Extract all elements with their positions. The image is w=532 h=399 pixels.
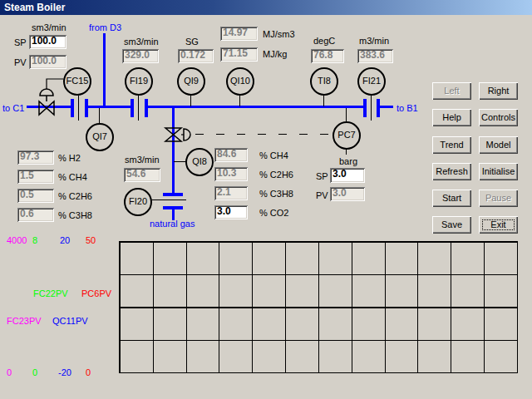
trend-scale-bottom-2: 0: [32, 367, 37, 377]
orifice-bar-fi20-top: [163, 193, 183, 196]
c2h6-pct-label: % C2H6: [58, 191, 92, 201]
instrument-qi10[interactable]: QI10: [226, 67, 254, 96]
refresh-button[interactable]: Refresh: [432, 163, 471, 180]
ng-unit-label: sm3/min: [125, 155, 160, 165]
window-title: Steam Boiler: [4, 2, 65, 13]
c3h8-pct-field: 0.6: [17, 208, 54, 222]
pipe-header-seg4: [380, 106, 393, 108]
pause-button: Pause: [479, 190, 518, 207]
gas-ch4-field: 84.6: [214, 148, 248, 162]
instrument-fi19[interactable]: FI19: [125, 67, 153, 96]
instrument-ti8[interactable]: TI8: [310, 67, 338, 96]
help-button[interactable]: Help: [432, 109, 471, 126]
instrument-qi7[interactable]: QI7: [86, 123, 114, 151]
gas-c2h6-label: % C2H6: [259, 170, 293, 180]
orifice-bar-fc15-left: [71, 99, 74, 117]
fc15-unit-label: sm3/min: [32, 22, 66, 32]
c2h6-pct-field: 0.5: [17, 189, 54, 203]
tap-pc7: [346, 108, 347, 121]
fc15-pv-field: 100.0: [29, 55, 66, 69]
tap-fc15: [78, 96, 79, 121]
gas-ch4-label: % CH4: [259, 150, 288, 160]
exit-button[interactable]: Exit: [479, 216, 518, 234]
save-button[interactable]: Save: [432, 216, 471, 234]
ti8-value-field: 76.8: [311, 49, 344, 63]
pc7-pv-field: 3.0: [330, 187, 365, 201]
trend-pen-fc22pv: FC22PV: [33, 288, 68, 298]
trend-pen-pc6pv: PC6PV: [81, 288, 111, 298]
left-button: Left: [432, 82, 471, 100]
pc7-pv-label: PV: [316, 190, 328, 200]
pipe-natgas-upper: [172, 107, 175, 193]
fi19-value-field: 329.0: [122, 49, 159, 63]
qi10-value1-field: 14.97: [220, 27, 258, 41]
pc7-unit-label: barg: [339, 156, 357, 166]
tap-fi21: [371, 96, 372, 121]
signal-line-pc7-valve: [195, 134, 332, 135]
pc7-sp-label: SP: [316, 171, 328, 181]
gas-co2-field[interactable]: 3.0: [214, 205, 248, 219]
orifice-bar-fi20-bottom: [163, 206, 183, 209]
from-d3-label: from D3: [89, 22, 121, 32]
trend-scale-top-1: 4000: [7, 235, 27, 245]
trend-scale-top-4: 50: [86, 235, 96, 245]
tap-fi20: [152, 200, 186, 200]
instrument-pc7[interactable]: PC7: [332, 121, 361, 150]
instrument-fc15[interactable]: FC15: [63, 67, 91, 96]
right-button[interactable]: Right: [479, 82, 518, 100]
model-button[interactable]: Model: [479, 136, 518, 154]
instrument-qi9[interactable]: QI9: [177, 67, 205, 96]
fc15-sp-label: SP: [14, 37, 27, 47]
fc15-sp-field[interactable]: 100.0: [29, 35, 66, 49]
trend-pen-qc11pv: QC11PV: [52, 316, 88, 326]
start-button[interactable]: Start: [432, 190, 471, 207]
fi21-value-field: 383.6: [357, 49, 393, 63]
orifice-bar-fi21-right: [377, 99, 380, 117]
orifice-bar-fi21-left: [363, 99, 367, 117]
instrument-fi20[interactable]: FI20: [124, 188, 152, 216]
qi10-unit2-label: MJ/kg: [263, 49, 287, 59]
tap-qi9: [190, 96, 191, 106]
trend-scale-bottom-3: -20: [58, 367, 71, 377]
gas-co2-label: % CO2: [259, 208, 288, 218]
window-titlebar: Steam Boiler: [0, 0, 532, 15]
pc7-sp-field[interactable]: 3.0: [330, 168, 365, 183]
initialise-button[interactable]: Initialise: [479, 163, 518, 180]
pipe-header-seg3: [148, 106, 363, 108]
orifice-bar-fi19-left: [131, 99, 134, 117]
ng-flow-field: 54.6: [124, 168, 160, 182]
ch4-pct-label: % CH4: [58, 172, 87, 182]
ti8-unit-label: degC: [313, 36, 335, 46]
instrument-fi21[interactable]: FI21: [357, 67, 386, 96]
pipe-from-d3: [103, 33, 106, 108]
c3h8-pct-label: % C3H8: [58, 210, 92, 220]
trend-button[interactable]: Trend: [432, 136, 471, 154]
tap-fi19: [138, 96, 139, 121]
qi9-value-field: 0.172: [178, 49, 214, 63]
tap-qi7: [99, 108, 100, 123]
gas-c3h8-label: % C3H8: [259, 189, 293, 199]
natural-gas-label: natural gas: [150, 219, 195, 229]
trend-scale-top-2: 8: [32, 235, 37, 245]
fi21-unit-label: m3/min: [359, 36, 389, 46]
tap-pc7-stub: [346, 149, 347, 155]
tap-qi8: [174, 161, 185, 162]
h2-pct-field: 97.3: [17, 150, 54, 165]
trend-pen-fc23pv: FC23PV: [7, 316, 42, 326]
qi9-sg-label: SG: [185, 37, 199, 47]
gas-c3h8-field: 2.1: [214, 186, 248, 200]
instrument-qi8[interactable]: QI8: [185, 148, 214, 176]
controls-button[interactable]: Controls: [479, 109, 518, 126]
to-b1-label: to B1: [397, 103, 418, 113]
ch4-pct-field: 1.5: [17, 170, 54, 184]
gas-c2h6-field: 10.3: [214, 167, 248, 181]
orifice-bar-fi19-right: [145, 99, 148, 117]
to-c1-label: to C1: [2, 103, 24, 113]
qi10-value2-field: 71.15: [220, 47, 258, 62]
pipe-header-seg2: [88, 106, 131, 108]
trend-scale-bottom-4: 0: [86, 367, 91, 377]
tap-qi10: [239, 96, 240, 106]
fi19-unit-label: sm3/min: [124, 37, 159, 47]
trend-plot-grid: [119, 241, 518, 373]
orifice-bar-fc15-right: [85, 99, 88, 117]
